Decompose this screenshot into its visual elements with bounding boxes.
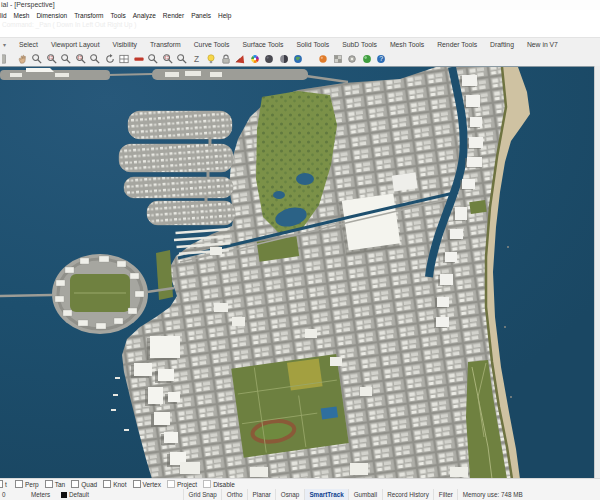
lightbulb-icon[interactable]: [205, 53, 217, 65]
checkbox-icon[interactable]: [45, 480, 53, 488]
menu-item-solid-partial[interactable]: lid: [0, 12, 7, 19]
city-render-3d: [0, 67, 600, 479]
osnap-toolbar: t Perp Tan Quad Knot Vertex Project Disa…: [0, 478, 600, 489]
named-views-icon[interactable]: Z: [191, 53, 203, 65]
osnap-label: Quad: [81, 481, 97, 488]
osnap-item-tan[interactable]: Tan: [45, 480, 65, 488]
osnap-item-project[interactable]: Project: [167, 480, 197, 488]
tab-surface-tools[interactable]: Surface Tools: [242, 41, 283, 48]
zoom-dynamic-icon[interactable]: [31, 53, 43, 65]
checkbox-icon[interactable]: [15, 480, 23, 488]
earth-green-icon[interactable]: [361, 53, 373, 65]
menu-item-tools[interactable]: Tools: [111, 12, 126, 19]
tab-select[interactable]: Select: [19, 41, 38, 48]
tab-curve-tools[interactable]: Curve Tools: [194, 41, 230, 48]
viewport-layout-icon[interactable]: [118, 53, 130, 65]
checkbox-icon[interactable]: [0, 480, 3, 488]
tab-visibility[interactable]: Visibility: [113, 41, 137, 48]
environment-icon[interactable]: [346, 53, 358, 65]
help-sphere-icon[interactable]: ?: [375, 53, 387, 65]
toolbar-partial-icon[interactable]: [2, 53, 14, 65]
spotlight-icon[interactable]: [234, 53, 246, 65]
units-readout[interactable]: Meters: [31, 489, 61, 500]
toolbar-gap: [307, 53, 315, 65]
osnap-item-partial[interactable]: t: [0, 480, 9, 488]
lock-icon[interactable]: [220, 53, 232, 65]
tab-mesh-tools[interactable]: Mesh Tools: [390, 41, 424, 48]
checkbox-icon[interactable]: [203, 480, 211, 488]
command-area[interactable]: Command: _Pan ( Down In Left Out Right U…: [0, 21, 600, 38]
menu-item-transform[interactable]: Transform: [74, 12, 103, 19]
zoom-selected-icon[interactable]: [75, 53, 87, 65]
osnap-label: Perp: [25, 481, 39, 488]
osnap-label: Project: [177, 481, 197, 488]
status-bar: 0 Meters Default Grid Snap Ortho Planar …: [0, 489, 600, 500]
tab-partial-caret-icon[interactable]: ▾: [3, 41, 6, 48]
menu-item-panels[interactable]: Panels: [191, 12, 211, 19]
zoom-extents-icon[interactable]: [60, 53, 72, 65]
texture-icon[interactable]: [332, 53, 344, 65]
status-pane-filter[interactable]: Filter: [433, 489, 457, 500]
zoom-in-icon[interactable]: [162, 53, 174, 65]
menu-item-analyze[interactable]: Analyze: [133, 12, 156, 19]
globe-shaded-icon[interactable]: [278, 53, 290, 65]
osnap-label: Disable: [213, 481, 235, 488]
status-pane-memory: Memory use: 748 MB: [457, 489, 527, 500]
osnap-item-perp[interactable]: Perp: [15, 480, 39, 488]
causeway-piers: [0, 68, 348, 82]
tab-new-in-v7[interactable]: New in V7: [527, 41, 558, 48]
status-pane-record-history[interactable]: Record History: [382, 489, 434, 500]
layer-name: Default: [69, 491, 89, 498]
status-pane-ortho[interactable]: Ortho: [221, 489, 247, 500]
osnap-item-knot[interactable]: Knot: [103, 480, 126, 488]
window-title: ial - [Perspective]: [0, 0, 600, 10]
menu-item-help[interactable]: Help: [218, 12, 231, 19]
tab-drafting[interactable]: Drafting: [490, 41, 514, 48]
osnap-partial-label: t: [5, 481, 7, 488]
osnap-label: Vertex: [143, 481, 161, 488]
zoom-out-icon[interactable]: [176, 53, 188, 65]
pan-view-icon[interactable]: [147, 53, 159, 65]
material-orange-icon[interactable]: [317, 53, 329, 65]
status-pane-planar[interactable]: Planar: [247, 489, 275, 500]
osnap-item-vertex[interactable]: Vertex: [133, 480, 161, 488]
menu-item-mesh[interactable]: Mesh: [14, 12, 30, 19]
status-pane-gumball[interactable]: Gumball: [348, 489, 381, 500]
viewport-scrollbar-strip[interactable]: [594, 66, 600, 478]
checkbox-icon[interactable]: [103, 480, 111, 488]
svg-text:?: ?: [379, 55, 383, 62]
tab-viewport-layout[interactable]: Viewport Layout: [51, 41, 100, 48]
undo-view-icon[interactable]: [133, 53, 145, 65]
status-pane-grid-snap[interactable]: Grid Snap: [183, 489, 221, 500]
svg-text:Z: Z: [193, 54, 198, 64]
checkbox-icon[interactable]: [167, 480, 175, 488]
color-wheel-icon[interactable]: [249, 53, 261, 65]
rotate-view-icon[interactable]: [104, 53, 116, 65]
shore-park: [156, 250, 173, 300]
coordinate-readout: 0: [0, 489, 31, 500]
menu-item-render[interactable]: Render: [163, 12, 184, 19]
tab-subd-tools[interactable]: SubD Tools: [342, 41, 377, 48]
flamingo-park: [231, 354, 348, 458]
menu-item-dimension[interactable]: Dimension: [36, 12, 67, 19]
viewport-perspective[interactable]: [0, 66, 600, 478]
checkbox-icon[interactable]: [133, 480, 141, 488]
globe-dark-icon[interactable]: [263, 53, 275, 65]
osnap-label: Tan: [55, 481, 65, 488]
tab-solid-tools[interactable]: Solid Tools: [297, 41, 330, 48]
pan-hand-icon[interactable]: [17, 53, 29, 65]
tab-render-tools[interactable]: Render Tools: [437, 41, 477, 48]
osnap-item-quad[interactable]: Quad: [71, 480, 97, 488]
toolbar-tabs: ▾ Select Viewport Layout Visibility Tran…: [0, 38, 600, 51]
current-layer[interactable]: Default: [61, 489, 183, 500]
collins-park: [469, 200, 487, 214]
tab-transform[interactable]: Transform: [150, 41, 181, 48]
checkbox-icon[interactable]: [71, 480, 79, 488]
globe-blue-icon[interactable]: [292, 53, 304, 65]
status-pane-smarttrack[interactable]: SmartTrack: [304, 489, 348, 500]
osnap-label: Knot: [113, 481, 126, 488]
zoom-target-icon[interactable]: [89, 53, 101, 65]
zoom-window-icon[interactable]: [46, 53, 58, 65]
osnap-item-disable[interactable]: Disable: [203, 480, 235, 488]
status-pane-osnap[interactable]: Osnap: [275, 489, 304, 500]
